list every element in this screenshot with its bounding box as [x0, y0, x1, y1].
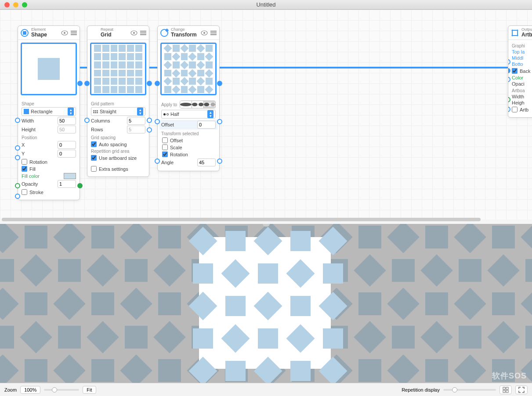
transform-node-icon [160, 29, 168, 37]
label: Shape [22, 101, 76, 106]
height-input[interactable] [58, 126, 76, 133]
label: Artb [520, 107, 528, 112]
rows-input[interactable] [127, 126, 145, 133]
autospacing-checkbox[interactable] [91, 141, 97, 147]
output-port[interactable] [77, 183, 83, 188]
input-port[interactable] [508, 68, 510, 73]
output-port[interactable] [147, 127, 152, 133]
angle-input[interactable] [197, 158, 216, 166]
input-port[interactable] [84, 81, 90, 86]
stroke-checkbox[interactable] [22, 189, 27, 195]
svg-rect-11 [503, 387, 505, 389]
horizontal-scrollbar[interactable] [2, 218, 530, 221]
input-port[interactable] [508, 77, 510, 82]
label: Offset [170, 138, 183, 143]
watermark: 软件SOS [492, 371, 527, 381]
node-canvas[interactable]: Element Shape Shape Rectangle ▴▾ Width H… [0, 10, 532, 220]
input-port[interactable] [15, 183, 20, 188]
preview-pane[interactable] [0, 224, 532, 383]
visibility-icon[interactable] [130, 30, 138, 36]
node-preview [90, 43, 146, 95]
grid-node-icon [90, 29, 98, 37]
useartboard-checkbox[interactable] [91, 155, 97, 161]
window-title: Untitled [0, 1, 532, 8]
label: Auto spacing [99, 142, 127, 147]
label: Grid spacing [91, 135, 145, 140]
zoom-value[interactable]: 100% [20, 386, 40, 394]
svg-rect-14 [506, 390, 508, 392]
node-output[interactable]: Outpu Artb Graphi Top la Middl Botto Bac… [508, 25, 532, 118]
svg-point-5 [203, 32, 205, 34]
menu-icon[interactable] [71, 31, 77, 35]
rotation-checkbox[interactable] [22, 159, 27, 165]
fullscreen-icon[interactable] [515, 385, 528, 394]
width-input[interactable] [58, 117, 76, 125]
repetition-label: Repetition display [402, 387, 440, 392]
input-port[interactable] [508, 59, 510, 65]
output-port[interactable] [147, 118, 152, 123]
artb-checkbox[interactable] [512, 107, 518, 112]
t-rotation-checkbox[interactable] [162, 151, 168, 157]
x-input[interactable] [58, 141, 76, 149]
input-port[interactable] [155, 119, 160, 124]
label: Use artboard size [99, 155, 137, 161]
node-shape[interactable]: Element Shape Shape Rectangle ▴▾ Width H… [18, 25, 80, 200]
input-port[interactable] [508, 107, 510, 112]
input-port[interactable] [155, 158, 160, 164]
artboard-preview [199, 237, 331, 369]
visibility-icon[interactable] [61, 30, 68, 36]
label: Rotation [170, 152, 188, 157]
shape-node-icon [21, 29, 29, 37]
applyto-select[interactable]: Half ▴▾ [161, 110, 216, 119]
svg-rect-6 [512, 30, 518, 36]
input-port[interactable] [155, 81, 160, 86]
output-port[interactable] [217, 119, 222, 124]
t-offset-checkbox[interactable] [162, 137, 168, 143]
label: Artboa [512, 88, 532, 93]
offset-input[interactable] [197, 121, 216, 129]
menu-icon[interactable] [140, 31, 146, 35]
output-port[interactable] [217, 81, 222, 86]
label: Heigh [512, 100, 532, 105]
opacity-input[interactable] [58, 180, 76, 188]
input-port[interactable] [15, 118, 20, 123]
t-scale-checkbox[interactable] [162, 144, 168, 150]
back-checkbox[interactable] [512, 68, 518, 74]
y-input[interactable] [58, 150, 76, 158]
node-preview [21, 43, 77, 95]
output-port[interactable] [77, 81, 83, 86]
node-preview [160, 43, 217, 95]
repetition-slider[interactable] [443, 389, 496, 391]
label: Scale [170, 145, 182, 150]
label: Stroke [29, 190, 43, 195]
menu-icon[interactable] [210, 31, 217, 35]
pattern-select[interactable]: Straight ▴▾ [91, 107, 145, 116]
label: Opaci [512, 81, 532, 86]
label: Columns [91, 118, 125, 123]
input-port[interactable] [15, 194, 20, 199]
fillcolor-swatch[interactable] [64, 173, 76, 179]
extra-checkbox[interactable] [91, 166, 97, 172]
zoom-slider[interactable] [44, 389, 79, 391]
input-port[interactable] [508, 97, 510, 102]
node-title: Transform [171, 32, 197, 38]
node-grid[interactable]: Repeat Grid Grid pattern [87, 25, 149, 177]
fill-checkbox[interactable] [22, 166, 27, 172]
node-transform[interactable]: Change Transform Apply to [157, 25, 220, 171]
input-port[interactable] [84, 118, 90, 123]
grid-view-icon[interactable] [499, 385, 512, 394]
columns-input[interactable] [127, 117, 145, 125]
artboard-node-icon [511, 29, 519, 37]
visibility-icon[interactable] [201, 30, 208, 36]
output-port[interactable] [147, 81, 152, 86]
label: Graphi [512, 43, 532, 48]
label: Top la [512, 49, 525, 54]
input-port[interactable] [15, 145, 20, 151]
input-port[interactable] [15, 155, 20, 160]
label: Fill [29, 166, 36, 172]
label: Transform selected [161, 131, 216, 136]
output-port[interactable] [217, 158, 222, 164]
fit-button[interactable]: Fit [83, 386, 96, 394]
applyto-segmented[interactable] [180, 101, 216, 108]
shape-select[interactable]: Rectangle ▴▾ [22, 107, 76, 116]
